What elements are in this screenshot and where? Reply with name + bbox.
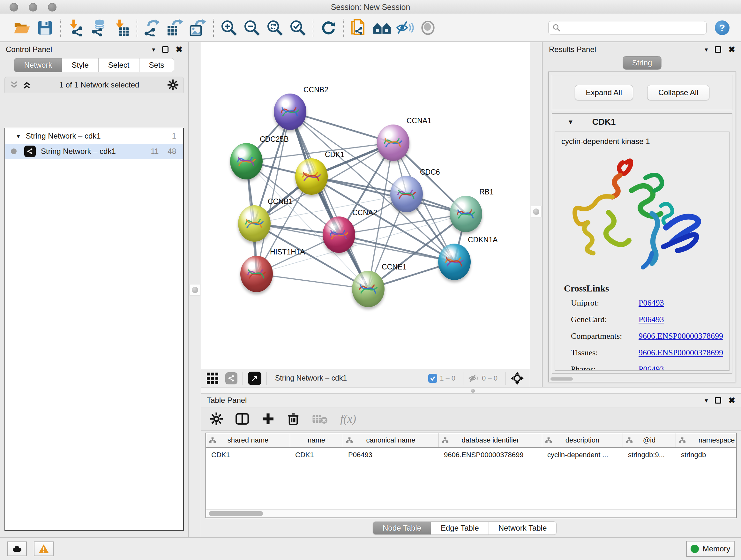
show-columns-icon[interactable] xyxy=(235,413,249,425)
birdseye-grid-icon[interactable] xyxy=(207,373,218,384)
tab-network[interactable]: Network xyxy=(14,58,62,72)
zoom-fit-button[interactable] xyxy=(266,18,284,38)
tab-select[interactable]: Select xyxy=(98,58,139,72)
column-header[interactable]: database identifier xyxy=(439,433,542,447)
column-header[interactable]: @id xyxy=(623,433,676,447)
selected-checkbox[interactable] xyxy=(428,374,437,383)
column-header[interactable]: shared name xyxy=(206,433,290,447)
network-node[interactable] xyxy=(238,205,271,242)
import-network-from-database-button[interactable] xyxy=(89,18,108,38)
tab-style[interactable]: Style xyxy=(62,58,98,72)
expand-all-button[interactable]: Expand All xyxy=(575,85,633,100)
right-splitter[interactable] xyxy=(530,42,542,387)
scrollbar-thumb[interactable] xyxy=(209,511,263,516)
show-panel-button[interactable] xyxy=(419,18,437,38)
save-session-button[interactable] xyxy=(36,18,54,38)
entry-caret-icon[interactable]: ▼ xyxy=(567,119,574,125)
memory-button[interactable]: Memory xyxy=(686,541,735,557)
network-node[interactable] xyxy=(390,176,423,212)
network-node[interactable] xyxy=(230,143,263,179)
table-horizontal-scrollbar[interactable] xyxy=(206,509,736,517)
home-button[interactable] xyxy=(373,18,391,38)
crosslink-value[interactable]: 9606.ENSP00000378699 xyxy=(638,348,723,358)
help-button[interactable]: ? xyxy=(715,20,730,35)
expand-all-icon[interactable] xyxy=(23,80,31,89)
network-node[interactable] xyxy=(377,125,409,161)
panel-float-icon[interactable] xyxy=(715,46,721,53)
collapse-all-button[interactable]: Collapse All xyxy=(647,85,710,100)
panel-collapse-icon[interactable]: ▾ xyxy=(704,46,708,53)
graph-edge[interactable] xyxy=(290,112,368,289)
tab-sets[interactable]: Sets xyxy=(139,58,174,72)
panel-float-icon[interactable] xyxy=(162,46,169,53)
table-settings-gear-icon[interactable] xyxy=(210,413,223,425)
external-link-icon[interactable] xyxy=(248,372,261,385)
tree-caret-icon[interactable]: ▼ xyxy=(15,133,21,139)
zoom-selected-button[interactable] xyxy=(288,18,307,38)
network-share-icon[interactable] xyxy=(225,372,238,384)
table-cell[interactable]: stringdb:9... xyxy=(623,451,676,459)
refresh-layout-button[interactable] xyxy=(319,18,338,38)
column-header[interactable]: name xyxy=(290,433,343,447)
left-splitter-grip[interactable] xyxy=(190,284,200,296)
panel-close-icon[interactable]: ✖ xyxy=(728,396,735,405)
network-node[interactable] xyxy=(438,244,471,280)
panel-float-icon[interactable] xyxy=(715,397,721,403)
column-header[interactable]: namespace xyxy=(676,433,737,447)
horizontal-splitter-grip[interactable] xyxy=(471,389,475,393)
warning-status-button[interactable] xyxy=(34,542,54,556)
export-network-button[interactable] xyxy=(143,18,161,38)
network-collection-row[interactable]: ▼ String Network – cdk1 1 xyxy=(5,128,183,144)
column-header[interactable]: canonical name xyxy=(343,433,439,447)
network-node[interactable] xyxy=(295,159,328,195)
search-input[interactable] xyxy=(548,21,706,35)
import-network-from-file-button[interactable] xyxy=(66,18,85,38)
export-table-button[interactable] xyxy=(166,18,185,38)
network-node[interactable] xyxy=(240,256,273,292)
hide-panel-button[interactable] xyxy=(396,18,414,38)
horizontal-splitter[interactable] xyxy=(201,387,741,394)
graph-edge[interactable] xyxy=(257,274,368,289)
crosslink-value[interactable]: P06493 xyxy=(638,298,664,308)
import-table-from-file-button[interactable] xyxy=(112,18,131,38)
panel-close-icon[interactable]: ✖ xyxy=(728,45,735,54)
network-node[interactable] xyxy=(450,196,482,232)
collapse-all-icon[interactable] xyxy=(10,80,18,89)
share-document-button[interactable] xyxy=(350,18,368,38)
tab-node-table[interactable]: Node Table xyxy=(373,521,431,535)
network-row[interactable]: String Network – cdk1 11 48 xyxy=(5,144,183,159)
network-node[interactable] xyxy=(323,216,355,253)
crosslink-value[interactable]: 9606.ENSP00000378699 xyxy=(638,331,723,341)
result-entry-header[interactable]: ▼ CDK1 xyxy=(552,114,732,130)
delete-column-icon[interactable] xyxy=(287,413,299,425)
panel-collapse-icon[interactable]: ▾ xyxy=(704,397,708,403)
cloud-status-button[interactable] xyxy=(7,542,27,556)
function-builder-button[interactable]: f(x) xyxy=(340,412,356,426)
column-header[interactable]: description xyxy=(542,433,623,447)
fit-selected-crosshair-icon[interactable] xyxy=(511,372,524,385)
zoom-in-button[interactable] xyxy=(219,18,238,38)
table-cell[interactable]: CDK1 xyxy=(206,451,290,459)
network-node[interactable] xyxy=(352,271,385,307)
tab-string[interactable]: String xyxy=(623,56,662,70)
add-column-icon[interactable] xyxy=(262,413,274,425)
left-splitter[interactable] xyxy=(189,42,201,537)
open-session-button[interactable] xyxy=(13,18,31,38)
network-canvas[interactable]: CCNB2CCNA1CDC25BCDK1CDC6RB1CCNB1CCNA2CDK… xyxy=(201,42,530,369)
table-cell[interactable]: CDK1 xyxy=(290,451,343,459)
table-cell[interactable]: cyclin-dependent ... xyxy=(542,451,623,459)
tab-edge-table[interactable]: Edge Table xyxy=(431,521,489,535)
right-splitter-grip[interactable] xyxy=(531,206,542,217)
results-hscroll-thumb[interactable] xyxy=(550,377,573,381)
export-image-button[interactable] xyxy=(189,18,207,38)
gear-icon[interactable] xyxy=(167,79,179,90)
tab-network-table[interactable]: Network Table xyxy=(489,521,557,535)
table-cell[interactable]: stringdb xyxy=(676,451,737,459)
table-cell[interactable]: P06493 xyxy=(343,451,439,459)
table-row[interactable]: CDK1 CDK1 P06493 9606.ENSP00000378699 cy… xyxy=(206,448,736,462)
zoom-out-button[interactable] xyxy=(243,18,261,38)
crosslink-value[interactable]: P06493 xyxy=(638,315,664,324)
network-node[interactable] xyxy=(274,94,307,130)
table-cell[interactable]: 9606.ENSP00000378699 xyxy=(439,451,542,459)
crosslink-value[interactable]: P06493 xyxy=(638,365,664,371)
